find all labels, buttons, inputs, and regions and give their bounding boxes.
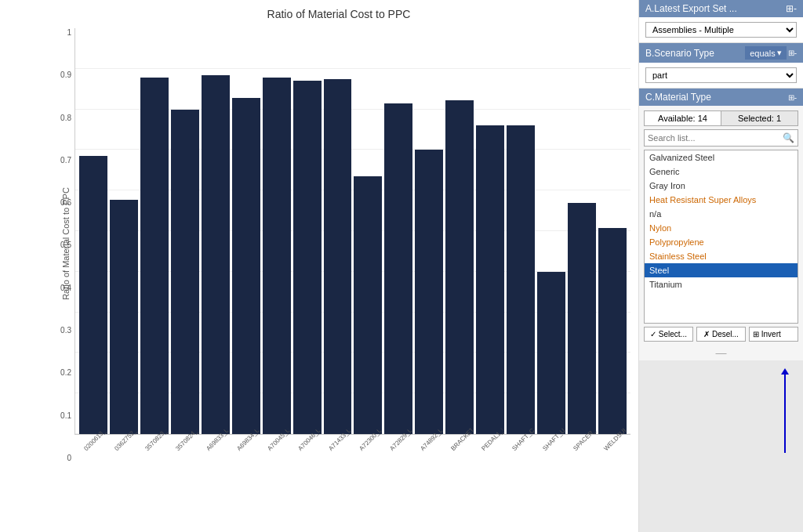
chart-container: Ratio of Material Cost to PPC 10.90.80.7… <box>47 24 630 462</box>
y-tick: 0.2 <box>60 368 71 377</box>
search-row: 🔍 <box>644 129 798 147</box>
section-a-label: A.Latest Export Set ... <box>645 3 737 14</box>
chart-area: Ratio of Material Cost to PPC Ratio of M… <box>0 0 638 532</box>
bar[interactable] <box>232 98 260 434</box>
section-c-header[interactable]: C.Material Type ⊞- <box>639 89 803 106</box>
list-item[interactable]: Nylon <box>645 221 798 235</box>
vertical-arrow-annotation <box>781 368 789 453</box>
list-item[interactable]: Heat Resistant Super Alloys <box>645 193 798 207</box>
section-b: B.Scenario Type equals ▾ ⊞- part assembl… <box>639 43 803 89</box>
section-a: A.Latest Export Set ... ⊞- Assemblies - … <box>639 0 803 43</box>
list-item[interactable]: Generic <box>645 165 798 179</box>
bottom-gray-area <box>639 360 803 533</box>
bar[interactable] <box>171 110 199 434</box>
separator: — <box>639 346 803 359</box>
list-item[interactable]: Steel <box>645 263 798 277</box>
bars-wrapper <box>74 28 630 435</box>
search-input[interactable] <box>645 131 779 145</box>
bar-group <box>263 28 291 434</box>
bar[interactable] <box>263 78 291 434</box>
y-tick: 0.5 <box>60 241 71 249</box>
y-tick: 0.9 <box>60 71 71 79</box>
list-item[interactable]: Gray Iron <box>645 179 798 193</box>
equals-chevron: ▾ <box>777 48 782 58</box>
section-b-body: part assembly all <box>639 63 803 89</box>
bar[interactable] <box>324 79 352 434</box>
list-item[interactable]: Titanium <box>645 277 798 291</box>
bar[interactable] <box>384 103 412 434</box>
bar-group <box>79 28 107 434</box>
section-b-controls: equals ▾ ⊞- <box>745 46 797 60</box>
y-tick: 1 <box>67 28 71 37</box>
y-tick: 0.3 <box>60 326 71 335</box>
y-tick: 0.6 <box>60 198 71 207</box>
bar-group <box>415 28 443 434</box>
list-item[interactable]: Polypropylene <box>645 235 798 249</box>
bar-group <box>507 28 535 434</box>
section-a-options-icon: ⊞- <box>786 3 797 14</box>
section-b-header[interactable]: B.Scenario Type equals ▾ ⊞- <box>639 43 803 63</box>
bar-group <box>171 28 199 434</box>
section-b-label: B.Scenario Type <box>645 48 714 59</box>
material-counts: Available: 14 Selected: 1 <box>644 110 798 126</box>
list-item[interactable]: n/a <box>645 207 798 221</box>
bar-group <box>537 28 565 434</box>
chart-title: Ratio of Material Cost to PPC <box>47 8 630 20</box>
right-panel: A.Latest Export Set ... ⊞- Assemblies - … <box>638 0 803 532</box>
bar[interactable] <box>110 200 138 434</box>
section-c: C.Material Type ⊞- Available: 14 Selecte… <box>639 89 803 532</box>
bar[interactable] <box>598 228 627 434</box>
available-count[interactable]: Available: 14 <box>645 111 721 125</box>
bar-group <box>445 28 474 434</box>
select-all-button[interactable]: ✓ Select... <box>644 327 693 342</box>
scenario-type-dropdown[interactable]: part assembly all <box>645 67 797 83</box>
bar[interactable] <box>445 100 474 434</box>
bar-group <box>232 28 260 434</box>
bar-group <box>384 28 412 434</box>
bar-group <box>476 28 504 434</box>
action-buttons: ✓ Select... ✗ Desel... ⊞ Invert <box>644 327 798 342</box>
y-axis: 10.90.80.70.60.50.40.30.20.10 <box>47 24 74 462</box>
bar[interactable] <box>415 150 443 434</box>
bar[interactable] <box>476 125 504 434</box>
y-tick: 0.7 <box>60 156 71 165</box>
invert-button[interactable]: ⊞ Invert <box>749 327 798 342</box>
bar[interactable] <box>293 81 322 434</box>
list-item[interactable]: Galvanized Steel <box>645 150 798 165</box>
search-icon: 🔍 <box>779 130 798 146</box>
v-arrow-tip-top <box>781 368 789 375</box>
equals-button[interactable]: equals ▾ <box>745 46 786 60</box>
deselect-button[interactable]: ✗ Desel... <box>696 327 746 342</box>
section-b-options: ⊞- <box>788 49 797 57</box>
section-a-header[interactable]: A.Latest Export Set ... ⊞- <box>639 0 803 17</box>
bar-group <box>598 28 627 434</box>
bar-group <box>293 28 322 434</box>
section-c-label: C.Material Type <box>645 92 711 103</box>
bar-group <box>568 28 596 434</box>
v-arrow-line <box>784 375 786 453</box>
bar[interactable] <box>140 78 169 434</box>
material-list[interactable]: Galvanized SteelGenericGray IronHeat Res… <box>644 150 798 324</box>
x-labels: 0200613_CAD036Z752_CAD3570823_CAD3570824… <box>74 435 630 462</box>
section-a-body: Assemblies - Multiple Assemblies - Singl… <box>639 17 803 43</box>
section-c-options: ⊞- <box>788 93 797 102</box>
bar[interactable] <box>354 176 382 434</box>
bar-group <box>202 28 230 434</box>
y-tick: 0.4 <box>60 284 71 292</box>
bar[interactable] <box>202 75 230 434</box>
bar[interactable] <box>537 272 565 434</box>
bar-group <box>140 28 169 434</box>
bar[interactable] <box>507 125 535 434</box>
bar-group <box>110 28 138 434</box>
bar-group <box>324 28 352 434</box>
y-tick: 0.8 <box>60 114 71 122</box>
selected-count[interactable]: Selected: 1 <box>721 111 798 125</box>
y-tick: 0 <box>67 454 71 462</box>
bar[interactable] <box>568 203 596 434</box>
section-a-dropdown[interactable]: Assemblies - Multiple Assemblies - Singl… <box>645 22 797 38</box>
bar-group <box>354 28 382 434</box>
y-tick: 0.1 <box>60 411 71 420</box>
bar[interactable] <box>79 156 107 434</box>
list-item[interactable]: Stainless Steel <box>645 249 798 263</box>
